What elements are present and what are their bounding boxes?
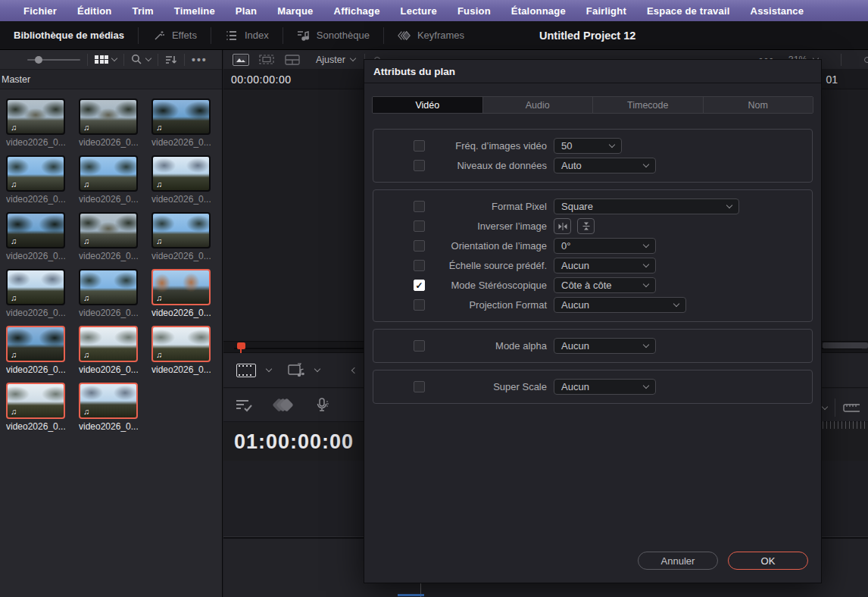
tab-nom[interactable]: Nom (704, 97, 813, 113)
menu-item-marque[interactable]: Marque (277, 5, 313, 17)
dropdown-mode-stereoscopique[interactable]: Côte à côte (554, 277, 656, 293)
checkbox-freq-d-images-video[interactable] (414, 140, 425, 152)
clip-thumbnail[interactable]: ♫ (6, 326, 65, 362)
clip-item[interactable]: ♫video2026_0... (6, 212, 65, 261)
keyframes-toggle[interactable]: Keyframes (384, 21, 478, 49)
dropdown-orientation-de-l-image[interactable]: 0° (554, 238, 656, 254)
clip-item[interactable]: ♫video2026_0... (79, 212, 138, 261)
marquee-view-button[interactable] (258, 54, 275, 66)
index-toggle[interactable]: Index (211, 21, 283, 49)
clip-thumbnail[interactable]: ♫ (151, 269, 211, 305)
clip-item[interactable]: ♫video2026_0... (79, 326, 138, 375)
thumbnail-size-slider[interactable] (27, 59, 80, 61)
menu-item-edition[interactable]: Édition (77, 5, 111, 17)
dropdown-super-scale[interactable]: Aucun (554, 379, 656, 395)
clip-thumbnail[interactable]: ♫ (151, 155, 211, 192)
clip-item[interactable]: ♫video2026_0... (79, 383, 138, 432)
dropdown-freq-d-images-video[interactable]: 50 (554, 138, 622, 154)
dropdown-projection-format[interactable]: Aucun (554, 297, 686, 313)
more-options-button[interactable]: ••• (192, 54, 208, 66)
clip-thumbnail[interactable]: ♫ (6, 98, 65, 135)
flip-vertical-button[interactable] (577, 218, 595, 234)
clip-thumbnail[interactable]: ♫ (151, 98, 211, 135)
checkbox-mode-stereoscopique[interactable]: ✓ (414, 280, 425, 291)
clip-item[interactable]: ♫video2026_0... (151, 212, 211, 261)
insert-clip-audio-button[interactable] (288, 363, 306, 378)
dropdown-format-pixel[interactable]: Square (554, 198, 739, 214)
timeline-scrollbar[interactable] (823, 342, 868, 349)
voiceover-button[interactable] (314, 398, 331, 413)
clip-thumbnail[interactable]: ♫ (79, 269, 138, 305)
cancel-button[interactable]: Annuler (638, 552, 718, 570)
clip-item[interactable]: ♫video2026_0... (79, 155, 138, 205)
tab-audio[interactable]: Audio (483, 97, 594, 113)
menu-item-fichier[interactable]: Fichier (23, 5, 57, 17)
sort-button[interactable] (165, 55, 177, 65)
clip-thumbnail[interactable]: ♫ (6, 212, 65, 248)
bin-row[interactable]: Master (0, 70, 222, 89)
dropdown-echelle-source-predef[interactable]: Aucun (554, 258, 656, 273)
search-button[interactable] (131, 54, 151, 65)
slider-knob[interactable] (35, 56, 42, 64)
menu-item-lecture[interactable]: Lecture (401, 5, 437, 17)
ruler-icon[interactable] (843, 402, 860, 414)
split-view-button[interactable] (284, 54, 301, 66)
menu-item-espace-de-travail[interactable]: Espace de travail (647, 5, 730, 17)
media-pool-toggle[interactable]: Bibliothèque de médias (0, 21, 138, 49)
collapse-panel-icon[interactable] (351, 367, 358, 373)
dropdown-niveaux-de-donnees[interactable]: Auto (554, 158, 656, 173)
sound-library-toggle[interactable]: Sonothèque (283, 21, 383, 49)
playhead-icon[interactable] (237, 342, 245, 349)
clip-item[interactable]: ♫video2026_0... (6, 155, 65, 205)
checkbox-echelle-source-predef[interactable] (414, 260, 425, 271)
clip-item[interactable]: ♫video2026_0... (6, 98, 65, 148)
clip-thumbnail[interactable]: ♫ (79, 383, 138, 419)
clip-thumbnail[interactable]: ♫ (79, 326, 138, 362)
checkbox-mode-alpha[interactable] (414, 340, 425, 352)
checkbox-super-scale[interactable] (414, 381, 425, 392)
menu-item-plan[interactable]: Plan (236, 5, 257, 17)
tab-timecode[interactable]: Timecode (593, 97, 704, 113)
clip-view-button[interactable] (236, 364, 256, 377)
clip-item[interactable]: ♫video2026_0... (6, 326, 65, 375)
timeline-ruler[interactable] (823, 421, 868, 429)
layers-button[interactable] (272, 397, 295, 414)
clip-thumbnail[interactable]: ♫ (79, 155, 138, 192)
ok-button[interactable]: OK (728, 552, 808, 570)
clip-item[interactable]: ♫video2026_0... (79, 98, 138, 148)
clip-thumbnail[interactable]: ♫ (6, 269, 65, 305)
grid-view-button[interactable] (95, 55, 117, 64)
clip-thumbnail[interactable]: ♫ (79, 98, 138, 135)
menu-item-affichage[interactable]: Affichage (334, 5, 380, 17)
menu-item-etalonnage[interactable]: Étalonnage (511, 5, 566, 17)
clip-item[interactable]: ♫video2026_0... (151, 269, 211, 318)
checkbox-projection-format[interactable] (414, 299, 425, 311)
menu-item-fairlight[interactable]: Fairlight (586, 5, 626, 17)
clip-thumbnail[interactable]: ♫ (6, 155, 65, 192)
clip-item[interactable]: ♫video2026_0... (79, 269, 138, 318)
clip-item[interactable]: ♫video2026_0... (151, 326, 211, 375)
clip-item[interactable]: ♫video2026_0... (151, 155, 211, 205)
clip-item[interactable]: ♫video2026_0... (6, 269, 65, 318)
clip-thumbnail[interactable]: ♫ (151, 326, 211, 362)
checkbox-format-pixel[interactable] (414, 201, 425, 212)
menu-item-trim[interactable]: Trim (132, 5, 153, 17)
image-view-button[interactable] (233, 54, 249, 66)
menu-item-timeline[interactable]: Timeline (174, 5, 215, 17)
chevron-down-icon[interactable] (822, 403, 828, 409)
checkbox-niveaux-de-donnees[interactable] (414, 160, 425, 171)
dropdown-mode-alpha[interactable]: Aucun (554, 338, 656, 354)
checkbox-orientation-de-l-image[interactable] (414, 240, 425, 252)
menu-item-fusion[interactable]: Fusion (457, 5, 491, 17)
tab-video[interactable]: Vidéo (373, 97, 483, 113)
flip-horizontal-button[interactable] (554, 218, 571, 234)
checkbox-inverser-l-image[interactable] (414, 220, 425, 232)
effects-toggle[interactable]: Effets (139, 21, 211, 49)
zoom-fit-dropdown[interactable]: Ajuster (316, 55, 355, 65)
clip-thumbnail[interactable]: ♫ (6, 383, 65, 419)
clip-thumbnail[interactable]: ♫ (151, 212, 211, 248)
clip-item[interactable]: ♫video2026_0... (151, 98, 211, 148)
clip-thumbnail[interactable]: ♫ (79, 212, 138, 248)
timeline-check-button[interactable] (236, 399, 255, 412)
dialog-header[interactable]: Attributs du plan (364, 60, 821, 83)
